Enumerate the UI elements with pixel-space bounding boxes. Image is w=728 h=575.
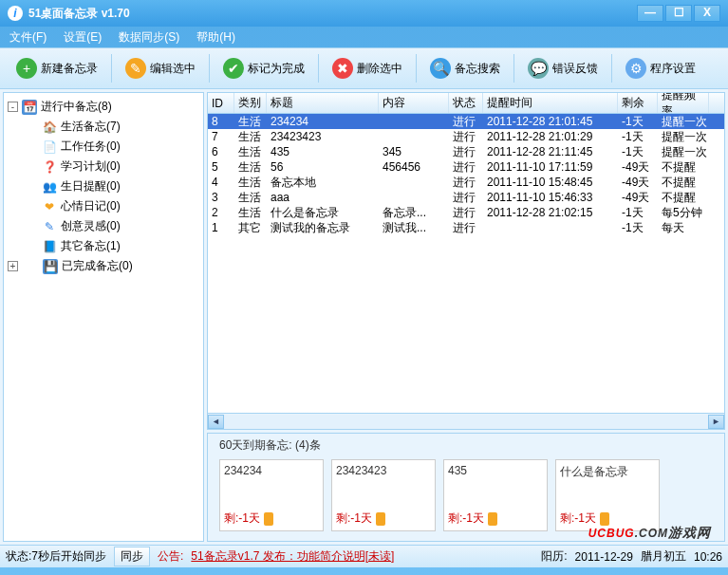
table-row[interactable]: 4生活备忘本地进行2011-11-10 15:48:45-49天不提醒 (208, 175, 724, 190)
tree-item[interactable]: 👥生日提醒(0) (8, 176, 199, 196)
menu-sync[interactable]: 数据同步(S) (119, 29, 179, 46)
tree-item[interactable]: 📄工作任务(0) (8, 137, 199, 157)
card-title: 435 (448, 464, 543, 477)
toolbar-button[interactable]: 🔍备忘搜索 (420, 53, 511, 83)
category-icon: ❓ (42, 159, 57, 175)
tree-root-inprogress[interactable]: - 📅 进行中备忘(8) (8, 97, 199, 117)
expire-card[interactable]: 23423423剩:-1天 (331, 459, 436, 531)
toolbar-button[interactable]: ✖删除选中 (322, 53, 413, 83)
table-row[interactable]: 8生活234234进行2011-12-28 21:01:45-1天提醒一次 (208, 114, 724, 129)
card-remain: 剩:-1天 (224, 510, 319, 527)
toolbar-button[interactable]: +新建备忘录 (6, 53, 108, 83)
cell-cat: 生活 (234, 190, 267, 206)
close-button[interactable]: X (694, 5, 720, 22)
cell-cat: 生活 (234, 205, 267, 221)
tree-item[interactable]: ❤心情日记(0) (8, 196, 199, 216)
cell-time: 2011-12-28 21:01:29 (483, 130, 618, 143)
toolbar-button[interactable]: 💬错误反馈 (517, 53, 608, 83)
column-header[interactable]: 内容 (379, 93, 449, 113)
tree-item[interactable]: 📘其它备忘(1) (8, 236, 199, 256)
expander-icon[interactable]: + (8, 261, 18, 271)
cell-status: 进行 (449, 175, 483, 191)
tree-item-label: 学习计划(0) (61, 158, 121, 175)
toolbar-button[interactable]: ✎编辑选中 (115, 53, 206, 83)
tree-item-label: 其它备忘(1) (61, 238, 121, 254)
cell-cat: 其它 (234, 220, 267, 236)
cell-remain: -49天 (618, 175, 658, 191)
toolbar-icon: ✖ (332, 58, 353, 79)
cell-remain: -49天 (618, 190, 658, 206)
cell-title: 23423423 (267, 130, 379, 143)
toolbar-icon: 💬 (528, 58, 549, 79)
cell-title: 什么是备忘录 (267, 205, 379, 221)
table-row[interactable]: 5生活56456456进行2011-11-10 17:11:59-49天不提醒 (208, 159, 724, 175)
cell-cat: 生活 (234, 144, 267, 160)
card-title: 什么是备忘录 (560, 464, 655, 480)
column-header[interactable]: 剩余 (618, 93, 658, 113)
column-header[interactable]: 状态 (449, 93, 483, 113)
toolbar-label: 编辑选中 (150, 61, 196, 77)
table-row[interactable]: 1其它测试我的备忘录测试我...进行-1天每天 (208, 220, 724, 235)
app-icon: i (8, 6, 23, 21)
save-icon: 💾 (43, 259, 58, 274)
tree-item[interactable]: 🏠生活备忘(7) (8, 117, 199, 137)
toolbar-button[interactable]: ⚙程序设置 (615, 53, 706, 83)
cell-freq: 提醒一次 (658, 129, 709, 145)
expander-icon[interactable]: - (8, 102, 18, 112)
cell-cat: 生活 (234, 114, 267, 130)
scroll-right-button[interactable]: ► (708, 415, 724, 429)
cell-title: 测试我的备忘录 (267, 220, 379, 236)
cell-title: aaa (267, 191, 379, 204)
clock: 10:26 (694, 550, 722, 564)
tree-item-label: 心情日记(0) (61, 198, 121, 214)
menu-help[interactable]: 帮助(H) (196, 29, 235, 46)
expire-card[interactable]: 435剩:-1天 (443, 459, 548, 531)
sidebar-tree: - 📅 进行中备忘(8) 🏠生活备忘(7)📄工作任务(0)❓学习计划(0)👥生日… (3, 92, 204, 542)
table-body: 8生活234234进行2011-12-28 21:01:45-1天提醒一次7生活… (208, 114, 724, 413)
cell-status: 进行 (449, 190, 483, 206)
cell-time: 2011-12-28 21:01:45 (483, 115, 618, 128)
toolbar-label: 程序设置 (650, 61, 696, 77)
toolbar-button[interactable]: ✔标记为完成 (213, 53, 315, 83)
cell-time: 2011-12-28 21:02:15 (483, 206, 618, 219)
cell-id: 4 (208, 176, 234, 189)
expire-card[interactable]: 234234剩:-1天 (219, 459, 324, 531)
menu-settings[interactable]: 设置(E) (64, 29, 102, 46)
column-header[interactable]: 类别 (234, 93, 267, 113)
memo-table: ID类别标题内容状态提醒时间剩余提醒频率 8生活234234进行2011-12-… (207, 92, 725, 430)
column-header[interactable]: 提醒时间 (483, 93, 618, 113)
toolbar-icon: ✔ (223, 58, 244, 79)
toolbar-label: 删除选中 (357, 61, 402, 77)
table-row[interactable]: 7生活23423423进行2011-12-28 21:01:29-1天提醒一次 (208, 129, 724, 144)
tree-root-done[interactable]: + 💾 已完成备忘(0) (8, 256, 199, 276)
column-header[interactable]: 提醒频率 (658, 93, 709, 113)
tree-item[interactable]: ✎创意灵感(0) (8, 216, 199, 236)
notice-link[interactable]: 51备忘录v1.7 发布：功能简介说明[未读] (191, 548, 394, 565)
column-header[interactable]: 标题 (267, 93, 379, 113)
sync-button[interactable]: 同步 (114, 547, 150, 566)
cell-title: 435 (267, 145, 379, 158)
toolbar-label: 新建备忘录 (41, 61, 98, 77)
horizontal-scrollbar[interactable]: ◄ ► (208, 413, 724, 429)
minimize-button[interactable]: — (637, 5, 663, 22)
toolbar-icon: 🔍 (430, 58, 451, 79)
menu-bar: 文件(F) 设置(E) 数据同步(S) 帮助(H) (0, 27, 728, 47)
cell-content: 345 (379, 145, 449, 158)
scroll-left-button[interactable]: ◄ (208, 415, 224, 429)
cell-time: 2011-11-10 15:46:33 (483, 191, 618, 204)
note-icon (264, 512, 273, 526)
table-row[interactable]: 6生活435345进行2011-12-28 21:11:45-1天提醒一次 (208, 144, 724, 159)
cell-id: 3 (208, 191, 234, 204)
table-row[interactable]: 2生活什么是备忘录备忘录...进行2011-12-28 21:02:15-1天每… (208, 205, 724, 220)
cell-id: 8 (208, 115, 234, 128)
table-row[interactable]: 3生活aaa进行2011-11-10 15:46:33-49天不提醒 (208, 190, 724, 205)
tree-item[interactable]: ❓学习计划(0) (8, 157, 199, 176)
scroll-track[interactable] (224, 415, 708, 429)
menu-file[interactable]: 文件(F) (9, 29, 47, 46)
cell-freq: 不提醒 (658, 190, 709, 206)
toolbar-icon: ✎ (125, 58, 146, 79)
expiring-title: 60天到期备忘: (4)条 (219, 437, 720, 454)
maximize-button[interactable]: ☐ (665, 5, 692, 22)
cell-content: 备忘录... (379, 205, 449, 221)
column-header[interactable]: ID (208, 93, 234, 113)
